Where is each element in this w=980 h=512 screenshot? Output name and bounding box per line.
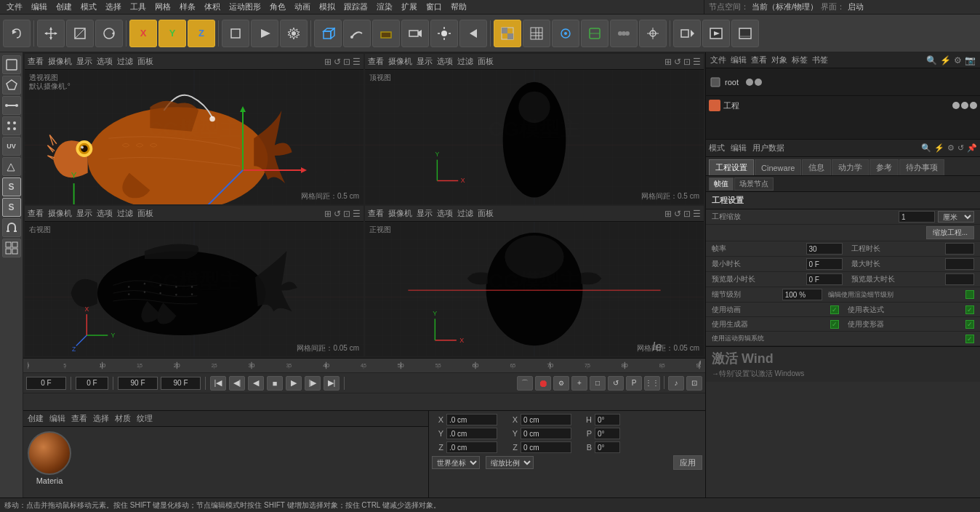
toolbar-viewport-bones[interactable] <box>581 20 609 47</box>
vp-top-menu-filter[interactable]: 过滤 <box>457 56 473 67</box>
props-tab-todo[interactable]: 待办事项 <box>899 159 944 175</box>
timeline-btn-motion[interactable]: ↺ <box>608 376 624 391</box>
timeline-ruler[interactable]: 0 5 10 15 20 25 30 35 40 <box>23 359 705 373</box>
timeline-play[interactable]: ▶ <box>286 376 302 391</box>
prop-lod-val[interactable] <box>782 289 822 300</box>
toolbar-viewport-extra[interactable] <box>610 20 638 47</box>
viewport-top[interactable]: 查看 摄像机 显示 选项 过滤 面板 ⊞ ↺ ⊡ ☰ 顶视图 <box>365 54 704 204</box>
menu-select[interactable]: 选择 <box>102 1 125 12</box>
viewport-right[interactable]: 查看 摄像机 显示 选项 过滤 面板 ⊞ ↺ ⊡ ☰ 右视图 <box>25 206 364 356</box>
vp-right-icon4[interactable]: ☰ <box>353 209 361 219</box>
coord-z-val[interactable] <box>446 441 497 453</box>
timeline-btn-sound[interactable]: ♪ <box>668 376 684 391</box>
coord-z2-val[interactable] <box>521 441 571 453</box>
vp-front-menu-panel[interactable]: 面板 <box>478 208 494 219</box>
props-tab-cineware[interactable]: Cineware <box>755 159 801 175</box>
props-pin-icon[interactable]: 📌 <box>967 143 977 153</box>
timeline-end-input[interactable] <box>118 377 158 390</box>
vp-top-icon3[interactable]: ⊡ <box>683 57 691 67</box>
coord-apply-btn[interactable]: 应用 <box>673 455 702 470</box>
timeline-btn-key-sel[interactable]: □ <box>590 376 606 391</box>
rp-menu-object[interactable]: 对象 <box>771 55 787 65</box>
vp-persp-menu-view[interactable]: 查看 <box>28 56 44 67</box>
vp-right-menu-filter[interactable]: 过滤 <box>117 208 133 219</box>
coord-system-select[interactable]: 世界坐标 <box>432 456 480 469</box>
coord-b-val[interactable] <box>595 441 620 453</box>
prop-scale-project-btn[interactable]: 缩放工程... <box>926 226 974 239</box>
prop-scale-val[interactable] <box>899 211 935 223</box>
timeline-start-input[interactable] <box>26 377 66 390</box>
vp-right-icon2[interactable]: ↺ <box>334 209 341 219</box>
vp-persp-menu-filter[interactable]: 过滤 <box>117 56 133 67</box>
vp-persp-menu-panel[interactable]: 面板 <box>137 56 153 67</box>
menu-volume[interactable]: 体积 <box>201 1 224 12</box>
mat-menu-texture[interactable]: 纹理 <box>137 413 153 424</box>
sidebar-mode-uvw[interactable]: UV <box>2 137 21 156</box>
menu-file[interactable]: 文件 <box>3 1 26 12</box>
vp-persp-menu-options[interactable]: 选项 <box>97 56 113 67</box>
props-tab-info[interactable]: 信息 <box>802 159 831 175</box>
toolbar-light[interactable] <box>430 20 458 47</box>
sidebar-magnet[interactable] <box>2 218 21 237</box>
timeline-btn-motion2[interactable]: ⊡ <box>686 376 702 391</box>
props-tab-dynamics[interactable]: 动力学 <box>832 159 869 175</box>
timeline-go-start[interactable]: |◀ <box>210 376 226 391</box>
material-ball[interactable] <box>28 431 71 475</box>
tree-item-project[interactable]: 工程 <box>709 99 977 112</box>
vp-top-menu-view[interactable]: 查看 <box>368 56 384 67</box>
timeline-current-input[interactable] <box>76 377 108 390</box>
prop-use-expr-check[interactable]: ✓ <box>965 305 974 314</box>
toolbar-deformer[interactable] <box>372 20 400 47</box>
prop-mintime-val[interactable] <box>806 258 843 270</box>
vp-top-menu-panel[interactable]: 面板 <box>478 56 494 67</box>
prop-render-lod-check[interactable] <box>965 290 974 299</box>
toolbar-render-view[interactable] <box>702 20 730 47</box>
toolbar-viewport-shade[interactable] <box>494 20 521 47</box>
menu-mesh[interactable]: 网格 <box>151 1 174 12</box>
props-filter-icon[interactable]: ⚡ <box>934 143 944 153</box>
rp-menu-edit[interactable]: 编辑 <box>731 55 747 65</box>
toolbar-move[interactable] <box>37 20 65 47</box>
sidebar-mode-paint[interactable] <box>2 157 21 176</box>
coord-p-val[interactable] <box>595 428 620 439</box>
rp-settings-icon[interactable]: ⚙ <box>954 55 962 65</box>
mat-menu-view[interactable]: 查看 <box>71 413 87 424</box>
timeline-btn-dots[interactable]: ⋮⋮ <box>644 376 660 391</box>
toolbar-viewport-obj[interactable] <box>552 20 579 47</box>
props-settings2-icon[interactable]: ⚙ <box>947 143 955 153</box>
menu-mograph[interactable]: 运动图形 <box>225 1 265 12</box>
rp-filter-icon[interactable]: ⚡ <box>940 55 951 65</box>
sidebar-grid[interactable] <box>2 239 21 257</box>
toolbar-y-axis[interactable]: Y <box>158 20 186 47</box>
mat-menu-edit[interactable]: 编辑 <box>49 413 65 424</box>
vp-top-menu-options[interactable]: 选项 <box>437 56 453 67</box>
prop-motion-clip-check[interactable]: ✓ <box>965 335 974 343</box>
props-tab-mode[interactable]: 模式 <box>709 143 725 153</box>
menu-mode[interactable]: 模式 <box>77 1 100 12</box>
rp-menu-bookmark[interactable]: 书签 <box>812 55 828 65</box>
vp-top-icon2[interactable]: ↺ <box>674 57 681 67</box>
props-tab-ref[interactable]: 参考 <box>869 159 899 175</box>
toolbar-settings[interactable] <box>280 20 308 47</box>
props-search-icon[interactable]: 🔍 <box>921 143 931 153</box>
vp-top-icon1[interactable]: ⊞ <box>664 57 672 67</box>
coord-scale-select[interactable]: 缩放比例 <box>486 456 534 469</box>
vp-front-menu-filter[interactable]: 过滤 <box>457 208 473 219</box>
mat-menu-create[interactable]: 创建 <box>28 413 44 424</box>
timeline-go-end[interactable]: ▶| <box>324 376 340 391</box>
menu-extensions[interactable]: 扩展 <box>398 1 421 12</box>
toolbar-render-settings[interactable] <box>731 20 759 47</box>
prop-use-deform-check[interactable]: ✓ <box>965 320 974 329</box>
timeline-play-back[interactable]: ◀ <box>248 376 264 391</box>
props-tab-edit[interactable]: 编辑 <box>731 143 747 153</box>
toolbar-sweep[interactable] <box>343 20 371 47</box>
toolbar-camera2[interactable] <box>401 20 429 47</box>
coord-h-val[interactable] <box>595 414 620 425</box>
sidebar-letter-s2[interactable]: S <box>2 198 21 217</box>
mat-menu-select[interactable]: 选择 <box>93 413 109 424</box>
vp-top-menu-cam[interactable]: 摄像机 <box>388 56 412 67</box>
timeline-btn-key-all[interactable]: + <box>571 376 587 391</box>
prop-previewmin-val[interactable] <box>806 273 843 285</box>
timeline-btn-curve[interactable]: ⌒ <box>517 376 533 391</box>
vp-front-menu-display[interactable]: 显示 <box>417 208 433 219</box>
